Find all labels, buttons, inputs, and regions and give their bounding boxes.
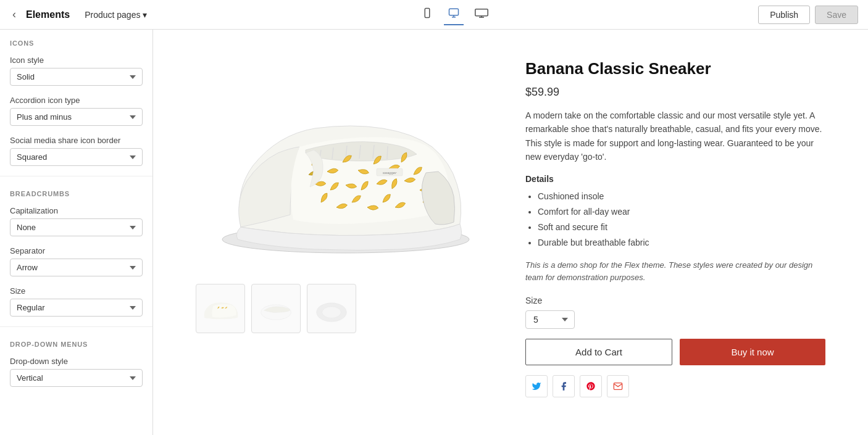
icon-style-group: Icon style SolidOutlineThin <box>0 52 152 92</box>
svg-rect-2 <box>449 9 459 15</box>
breadcrumbs-section-label: BREADCRUMBS <box>0 180 152 202</box>
widescreen-view-button[interactable] <box>471 4 492 25</box>
sidebar: ICONS Icon style SolidOutlineThin Accord… <box>0 30 153 435</box>
facebook-icon <box>559 381 569 391</box>
dropdown-style-label: Drop-down style <box>10 357 143 366</box>
product-info: Banana Classic Sneaker $59.99 A modern t… <box>525 54 825 397</box>
details-list: Cushioned insole Comfort for all-day wea… <box>525 189 825 251</box>
thumbnail-1[interactable] <box>196 284 245 333</box>
icon-style-select[interactable]: SolidOutlineThin <box>10 68 143 86</box>
widescreen-icon <box>475 7 488 19</box>
add-to-cart-button[interactable]: Add to Cart <box>525 339 672 365</box>
main-product-image: swagger <box>196 54 496 276</box>
product-images: swagger <box>196 54 496 397</box>
desktop-view-button[interactable] <box>444 4 464 25</box>
product-pages-button[interactable]: Product pages ▾ <box>80 7 152 22</box>
nav-right: Publish Save <box>758 6 858 24</box>
social-icon-border-group: Social media share icon border SquaredRo… <box>0 132 152 172</box>
back-button[interactable]: ‹ <box>10 6 19 23</box>
divider-1 <box>0 176 152 176</box>
capitalization-label: Capitalization <box>10 206 143 215</box>
accordion-icon-type-group: Accordion icon type Plus and minusArrowC… <box>0 92 152 132</box>
capitalization-select[interactable]: NoneUppercaseLowercaseCapitalize <box>10 218 143 236</box>
pinterest-share-button[interactable] <box>580 375 602 397</box>
dropdown-section-label: DROP-DOWN MENUS <box>0 331 152 353</box>
accordion-icon-type-select[interactable]: Plus and minusArrowChevron <box>10 108 143 126</box>
twitter-icon <box>532 381 541 391</box>
top-navigation: ‹ Elements Product pages ▾ Publish Save <box>0 0 868 30</box>
capitalization-group: Capitalization NoneUppercaseLowercaseCap… <box>0 202 152 242</box>
buy-now-button[interactable]: Buy it now <box>680 339 825 365</box>
size-section: Size 5678910 <box>525 296 825 329</box>
page-title: Elements <box>26 9 70 20</box>
pinterest-icon <box>586 381 596 391</box>
mobile-icon <box>422 7 433 19</box>
detail-item-1: Cushioned insole <box>538 189 825 204</box>
thumbnail-3[interactable] <box>307 284 356 333</box>
detail-item-3: Soft and secure fit <box>538 220 825 235</box>
twitter-share-button[interactable] <box>525 375 548 397</box>
svg-line-14 <box>387 146 388 159</box>
separator-label: Separator <box>10 246 143 255</box>
product-pages-label: Product pages <box>85 10 140 20</box>
email-share-button[interactable] <box>607 375 629 397</box>
action-buttons: Add to Cart Buy it now <box>525 339 825 365</box>
dropdown-style-group: Drop-down style VerticalHorizontal <box>0 353 152 393</box>
sneaker-svg: swagger <box>204 67 488 264</box>
svg-point-19 <box>322 307 341 318</box>
svg-rect-5 <box>475 9 488 16</box>
breadcrumb-size-group: Size SmallRegularLarge <box>0 283 152 323</box>
separator-select[interactable]: ArrowSlashDashDot <box>10 259 143 276</box>
social-icon-border-label: Social media share icon border <box>10 136 143 145</box>
product-name: Banana Classic Sneaker <box>525 59 825 78</box>
detail-item-4: Durable but breathable fabric <box>538 235 825 251</box>
dropdown-style-select[interactable]: VerticalHorizontal <box>10 369 143 387</box>
desktop-icon <box>448 7 460 19</box>
mobile-view-button[interactable] <box>418 4 436 25</box>
view-toggle <box>162 4 748 25</box>
nav-left: ‹ Elements <box>10 6 70 23</box>
thumbnail-row <box>196 284 496 333</box>
thumbnail-2[interactable] <box>251 284 301 333</box>
icons-section-label: ICONS <box>0 30 152 52</box>
accordion-icon-type-label: Accordion icon type <box>10 96 143 105</box>
facebook-share-button[interactable] <box>553 375 575 397</box>
save-button[interactable]: Save <box>815 6 858 24</box>
canvas: swagger <box>153 30 868 435</box>
size-label: Size <box>525 296 825 305</box>
product-page: swagger <box>171 30 850 422</box>
separator-group: Separator ArrowSlashDashDot <box>0 242 152 283</box>
icon-style-label: Icon style <box>10 56 143 65</box>
divider-2 <box>0 326 152 327</box>
product-price: $59.99 <box>525 86 825 99</box>
chevron-down-icon: ▾ <box>143 10 147 20</box>
details-label: Details <box>525 174 825 184</box>
email-icon <box>613 381 623 391</box>
social-icon-border-select[interactable]: SquaredRoundedCircleNone <box>10 148 143 166</box>
size-select[interactable]: 5678910 <box>525 310 575 329</box>
svg-text:swagger: swagger <box>383 171 398 175</box>
product-description: A modern take on the comfortable classic… <box>525 109 825 164</box>
breadcrumb-size-label: Size <box>10 286 143 296</box>
publish-button[interactable]: Publish <box>758 6 810 24</box>
detail-item-2: Comfort for all-day wear <box>538 204 825 220</box>
svg-rect-0 <box>425 9 430 18</box>
demo-note: This is a demo shop for the Flex theme. … <box>525 259 825 283</box>
breadcrumb-size-select[interactable]: SmallRegularLarge <box>10 299 143 317</box>
social-icons <box>525 375 825 397</box>
main-area: ICONS Icon style SolidOutlineThin Accord… <box>0 30 868 435</box>
